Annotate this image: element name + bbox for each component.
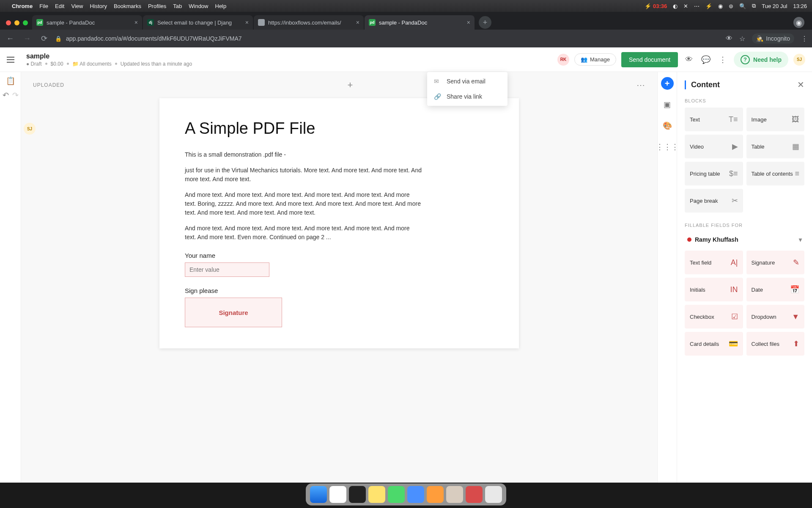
status-icon2[interactable]: ✕ bbox=[683, 3, 688, 9]
section-more-icon[interactable]: ⋯ bbox=[636, 80, 645, 90]
dock-app[interactable] bbox=[446, 486, 463, 503]
tab-0[interactable]: pdsample - PandaDoc× bbox=[32, 15, 142, 30]
block-video[interactable]: Video▶ bbox=[685, 135, 743, 158]
tab-close-icon[interactable]: × bbox=[245, 19, 249, 26]
tab-close-icon[interactable]: × bbox=[467, 19, 470, 26]
omnibox[interactable]: 🔒 app.pandadoc.com/a/#/documents/dMkF6UD… bbox=[55, 32, 721, 45]
share-via-link-option[interactable]: 🔗Share via link bbox=[427, 89, 508, 104]
eye-blocked-icon[interactable]: 👁 bbox=[726, 35, 732, 42]
tab-close-icon[interactable]: × bbox=[134, 19, 138, 26]
tab-1[interactable]: djSelect email to change | Djang× bbox=[143, 15, 253, 30]
tab-close-icon[interactable]: × bbox=[356, 19, 359, 26]
manage-button[interactable]: 👥Manage bbox=[574, 53, 616, 66]
signature-field[interactable]: Signature bbox=[185, 298, 282, 327]
dock-app-green[interactable] bbox=[388, 486, 405, 503]
tab-3-active[interactable]: pdsample - PandaDoc× bbox=[365, 15, 475, 30]
preview-eye-icon[interactable]: 👁 bbox=[683, 54, 695, 66]
field-collect-files[interactable]: Collect files⬆ bbox=[746, 332, 805, 356]
dock-app-blue[interactable] bbox=[407, 486, 424, 503]
nav-reload-icon[interactable]: ⟳ bbox=[38, 34, 50, 43]
block-image[interactable]: Image🖼 bbox=[746, 108, 805, 131]
menu-view[interactable]: View bbox=[71, 3, 83, 9]
field-date[interactable]: Date📅 bbox=[746, 278, 805, 301]
favicon-icon bbox=[258, 19, 265, 26]
dock-trash[interactable] bbox=[485, 486, 502, 503]
dock-app-red[interactable] bbox=[466, 486, 483, 503]
menubar-app[interactable]: Chrome bbox=[12, 3, 33, 9]
menu-tab[interactable]: Tab bbox=[173, 3, 182, 9]
more-menu-icon[interactable]: ⋮ bbox=[717, 54, 729, 66]
status-icon3[interactable]: ⋯ bbox=[694, 3, 700, 9]
apps-rail-icon[interactable]: ⋮⋮⋮ bbox=[661, 141, 674, 153]
wifi-icon[interactable]: ◉ bbox=[718, 3, 723, 9]
bookmark-star-icon[interactable]: ☆ bbox=[739, 35, 745, 43]
undo-icon[interactable]: ↶ bbox=[3, 91, 9, 100]
dock-terminal[interactable] bbox=[349, 486, 366, 503]
block-table[interactable]: Table▦ bbox=[746, 135, 805, 158]
content-rail-add-icon[interactable]: + bbox=[661, 77, 674, 90]
panel-close-icon[interactable]: ✕ bbox=[797, 80, 804, 90]
variables-rail-icon[interactable]: ▣ bbox=[661, 98, 674, 111]
field-checkbox[interactable]: Checkbox☑ bbox=[685, 305, 743, 329]
window-minimize[interactable] bbox=[14, 20, 19, 25]
incognito-badge[interactable]: 🕵 Incognito bbox=[752, 33, 794, 44]
avatar-sj[interactable]: SJ bbox=[793, 54, 805, 66]
traffic-lights bbox=[3, 20, 32, 30]
nav-forward-icon[interactable]: → bbox=[21, 34, 33, 43]
date-field-icon: 📅 bbox=[790, 285, 799, 294]
profile-icon[interactable]: ◉ bbox=[793, 17, 804, 28]
clock[interactable]: 13:26 bbox=[793, 3, 807, 9]
block-page-break[interactable]: Page break✂ bbox=[685, 189, 743, 213]
new-tab-button[interactable]: + bbox=[479, 16, 491, 29]
field-signature[interactable]: Signature✎ bbox=[746, 251, 805, 274]
add-section-button[interactable]: + bbox=[344, 79, 357, 91]
dock-notes[interactable] bbox=[368, 486, 385, 503]
name-text-field[interactable] bbox=[185, 262, 269, 277]
menu-profiles[interactable]: Profiles bbox=[148, 3, 166, 9]
field-dropdown[interactable]: Dropdown▼ bbox=[746, 305, 805, 329]
block-toc[interactable]: Table of contents≡ bbox=[746, 162, 805, 185]
switch-icon[interactable]: ⧉ bbox=[752, 3, 756, 9]
field-card-details[interactable]: Card details💳 bbox=[685, 332, 743, 356]
block-text[interactable]: TextT≡ bbox=[685, 108, 743, 131]
menu-help[interactable]: Help bbox=[215, 3, 227, 9]
field-label: Collect files bbox=[752, 341, 779, 347]
assignee-selector[interactable]: Ramy Khuffash ▾ bbox=[685, 232, 804, 247]
address-bar: ← → ⟳ 🔒 app.pandadoc.com/a/#/documents/d… bbox=[0, 30, 812, 47]
presence-marker-sj[interactable]: SJ bbox=[24, 123, 36, 135]
date[interactable]: Tue 20 Jul bbox=[762, 3, 787, 9]
send-via-email-option[interactable]: ✉Send via email bbox=[427, 74, 508, 89]
menu-file[interactable]: File bbox=[39, 3, 48, 9]
need-help-button[interactable]: ?Need help bbox=[734, 52, 788, 68]
battery-time-icon[interactable]: ⚡03:36 bbox=[645, 3, 667, 9]
menu-bookmarks[interactable]: Bookmarks bbox=[114, 3, 141, 9]
field-initials[interactable]: InitialsIN bbox=[685, 278, 743, 301]
menu-edit[interactable]: Edit bbox=[55, 3, 64, 9]
dock-chrome[interactable] bbox=[329, 486, 346, 503]
doc-title[interactable]: sample bbox=[26, 52, 192, 60]
avatar-rk[interactable]: RK bbox=[557, 54, 569, 66]
control-center-icon[interactable]: ⊚ bbox=[729, 3, 733, 9]
copy-icon[interactable]: 📋 bbox=[6, 76, 15, 86]
nav-back-icon[interactable]: ← bbox=[4, 34, 16, 43]
design-rail-icon[interactable]: 🎨 bbox=[661, 119, 674, 132]
comments-icon[interactable]: 💬 bbox=[700, 54, 712, 66]
dock-app-orange[interactable] bbox=[427, 486, 444, 503]
send-document-button[interactable]: Send document bbox=[621, 52, 678, 67]
window-zoom[interactable] bbox=[23, 20, 28, 25]
block-pricing-table[interactable]: Pricing table$≡ bbox=[685, 162, 743, 185]
status-icon[interactable]: ◐ bbox=[673, 3, 678, 9]
doc-folder[interactable]: All documents bbox=[80, 61, 111, 67]
charging-icon[interactable]: ⚡ bbox=[705, 3, 712, 9]
hamburger-icon[interactable] bbox=[7, 53, 19, 66]
dock-finder[interactable] bbox=[310, 486, 327, 503]
chrome-menu-icon[interactable]: ⋮ bbox=[801, 35, 808, 43]
menu-window[interactable]: Window bbox=[189, 3, 208, 9]
menu-history[interactable]: History bbox=[90, 3, 107, 9]
window-close[interactable] bbox=[6, 20, 11, 25]
document-page[interactable]: A Simple PDF File This is a small demons… bbox=[159, 98, 519, 348]
spotlight-icon[interactable]: 🔍 bbox=[739, 3, 746, 9]
redo-icon[interactable]: ↷ bbox=[12, 91, 19, 100]
field-text[interactable]: Text fieldA| bbox=[685, 251, 743, 274]
tab-2[interactable]: https://inboxflows.com/emails/× bbox=[254, 15, 364, 30]
